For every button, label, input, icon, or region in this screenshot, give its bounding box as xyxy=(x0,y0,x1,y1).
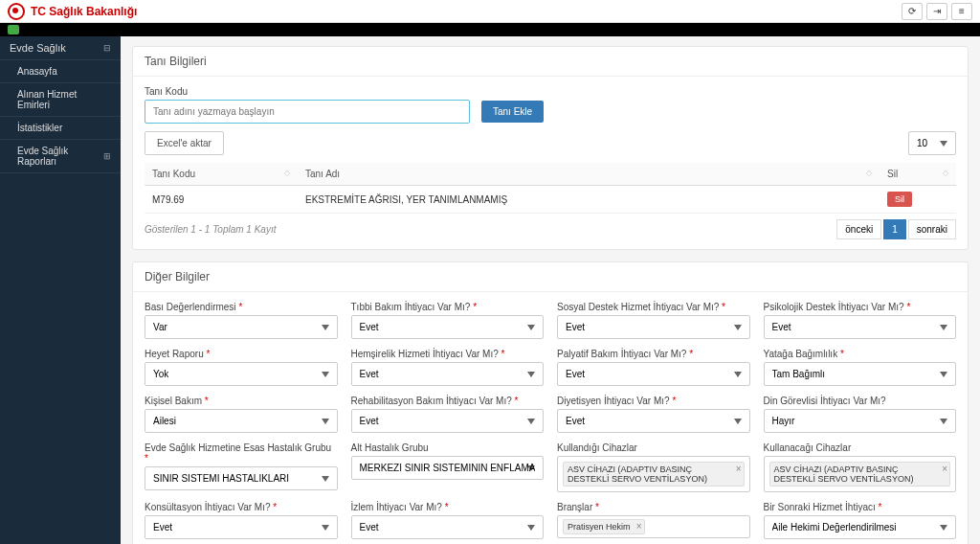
table-info: Gösterilen 1 - 1 Toplam 1 Kayıt xyxy=(145,224,276,235)
panel-title-diger: Diğer Bilgiler xyxy=(133,262,968,292)
user-name-redacted xyxy=(23,25,71,34)
lbl-brans: Branşlar * xyxy=(557,502,750,512)
tani-kodu-label: Tanı Kodu xyxy=(145,86,956,97)
lbl-heyet: Heyet Raporu * xyxy=(145,349,338,359)
sel-alt[interactable]: MERKEZİ SİNİR SİSTEMİNİN ENFLAMATUVAR HA… xyxy=(351,456,545,480)
lbl-hemsire: Hemşirelik Hizmeti İhtiyacı Var Mı? * xyxy=(351,349,545,359)
taglist-kullandigi[interactable]: ASV CİHAZI (ADAPTIV BASINÇ DESTEKLİ SERV… xyxy=(557,456,750,492)
tag-item: ASV CİHAZI (ADAPTIV BASINÇ DESTEKLİ SERV… xyxy=(769,462,951,487)
sidebar-item-label: Alınan Hizmet Emirleri xyxy=(17,89,111,110)
sidebar-item-label: Evde Sağlık Raporları xyxy=(17,146,103,167)
lbl-diyet: Diyetisyen İhtiyacı Var Mı? * xyxy=(557,396,750,406)
tag-remove-icon[interactable]: × xyxy=(736,464,742,474)
col-tani-kodu[interactable]: Tanı Kodu◇ xyxy=(145,163,298,186)
sel-kisisel[interactable]: Ailesi xyxy=(145,409,338,433)
lbl-tibbi: Tıbbi Bakım İhtiyacı Var Mı? * xyxy=(351,302,545,312)
lbl-esas: Evde Sağlık Hizmetine Esas Hastalık Grub… xyxy=(145,442,338,464)
sort-icon: ◇ xyxy=(943,169,948,177)
sort-icon: ◇ xyxy=(866,169,872,177)
user-indicator xyxy=(8,25,19,34)
taglist-kullanacagi[interactable]: ASV CİHAZI (ADAPTIV BASINÇ DESTEKLİ SERV… xyxy=(764,456,957,492)
refresh-button[interactable]: ⟳ xyxy=(902,3,923,20)
lbl-alt: Alt Hastalık Grubu xyxy=(351,442,545,453)
next-page-button[interactable]: sonraki xyxy=(908,219,956,239)
sel-din[interactable]: Hayır xyxy=(764,409,957,433)
page-1-button[interactable]: 1 xyxy=(883,219,906,239)
lbl-kullanacagi: Kullanacağı Cihazlar xyxy=(764,442,957,453)
sel-sonraki-hizmet[interactable]: Aile Hekimi Değerlendirilmesi xyxy=(764,515,957,539)
lbl-yataga: Yatağa Bağımlılık * xyxy=(764,349,957,359)
lbl-sonraki-hizmet: Bir Sonraki Hizmet İhtiyacı * xyxy=(764,502,957,512)
collapse-icon: ⊟ xyxy=(103,43,111,53)
sel-basi[interactable]: Var xyxy=(145,315,338,339)
sel-heyet[interactable]: Yok xyxy=(145,362,338,386)
sel-diyet[interactable]: Evet xyxy=(557,409,750,433)
prev-page-button[interactable]: önceki xyxy=(836,219,881,239)
sidebar-item-evde-saglik[interactable]: Evde Sağlık ⊟ xyxy=(0,36,121,60)
sidebar-item-raporlar[interactable]: Evde Sağlık Raporları ⊞ xyxy=(0,140,121,173)
lbl-palyatif: Palyatif Bakım İhtiyacı Var Mı? * xyxy=(557,349,750,359)
table-row: M79.69 EKSTREMİTE AĞRISI, YER TANIMLANMA… xyxy=(145,186,956,214)
sidebar-item-hizmet-emirleri[interactable]: Alınan Hizmet Emirleri xyxy=(0,83,121,117)
tani-ekle-button[interactable]: Tanı Ekle xyxy=(481,101,544,123)
sel-esas[interactable]: SİNİR SİSTEMİ HASTALIKLARI xyxy=(145,466,338,490)
lbl-kisisel: Kişisel Bakım * xyxy=(145,396,338,406)
sel-yataga[interactable]: Tam Bağımlı xyxy=(764,362,957,386)
sidebar-item-label: Anasayfa xyxy=(17,66,57,77)
sel-rehab[interactable]: Evet xyxy=(351,409,545,433)
lbl-konsul: Konsültasyon İhtiyacı Var Mı? * xyxy=(145,502,338,512)
sel-tibbi[interactable]: Evet xyxy=(351,315,545,339)
tag-item: Pratisyen Hekim× xyxy=(563,519,645,534)
sel-palyatif[interactable]: Evet xyxy=(557,362,750,386)
logo-icon xyxy=(8,3,25,20)
page-size-select[interactable]: 10 xyxy=(908,131,956,155)
sidebar: Evde Sağlık ⊟ Anasayfa Alınan Hizmet Emi… xyxy=(0,36,121,544)
tag-remove-icon[interactable]: × xyxy=(942,464,947,474)
sel-izlem[interactable]: Evet xyxy=(351,515,545,539)
sel-sosyal[interactable]: Evet xyxy=(557,315,750,339)
tag-item: ASV CİHAZI (ADAPTIV BASINÇ DESTEKLİ SERV… xyxy=(563,462,745,487)
taglist-brans[interactable]: Pratisyen Hekim× xyxy=(557,515,750,538)
lbl-rehab: Rehabilitasyon Bakım İhtiyacı Var Mı? * xyxy=(351,396,545,406)
tani-search-input[interactable] xyxy=(145,100,470,124)
excel-export-button[interactable]: Excel'e aktar xyxy=(145,131,224,155)
sidebar-item-label: Evde Sağlık xyxy=(10,42,66,54)
cell-kod: M79.69 xyxy=(145,186,298,214)
sidebar-item-anasayfa[interactable]: Anasayfa xyxy=(0,60,121,83)
exit-button[interactable]: ⇥ xyxy=(926,3,947,20)
sel-psiko[interactable]: Evet xyxy=(764,315,957,339)
lbl-din: Din Görevlisi İhtiyacı Var Mı? xyxy=(764,396,957,406)
lbl-psiko: Psikolojik Destek İhtiyacı Var Mı? * xyxy=(764,302,957,312)
sel-hemsire[interactable]: Evet xyxy=(351,362,545,386)
tag-remove-icon[interactable]: × xyxy=(636,521,642,532)
lbl-izlem: İzlem İhtiyacı Var Mı? * xyxy=(351,502,545,512)
col-sil[interactable]: Sil◇ xyxy=(880,163,956,186)
lbl-basi: Bası Değerlendirmesi * xyxy=(145,302,338,312)
lbl-sosyal: Sosyal Destek Hizmet İhtiyacı Var Mı? * xyxy=(557,302,750,312)
sidebar-item-label: İstatistikler xyxy=(17,123,62,133)
expand-icon: ⊞ xyxy=(103,151,111,161)
delete-button[interactable]: Sil xyxy=(887,192,912,207)
cell-ad: EKSTREMİTE AĞRISI, YER TANIMLANMAMIŞ xyxy=(298,186,880,214)
lbl-kullandigi: Kullandığı Cihazlar xyxy=(557,442,750,453)
sel-konsul[interactable]: Evet xyxy=(145,515,338,539)
sidebar-item-istatistikler[interactable]: İstatistikler xyxy=(0,117,121,140)
panel-title-tani: Tanı Bilgileri xyxy=(133,47,968,77)
app-title: TC Sağlık Bakanlığı xyxy=(31,5,137,18)
menu-button[interactable]: ≡ xyxy=(951,3,972,20)
col-tani-adi[interactable]: Tanı Adı◇ xyxy=(298,163,880,186)
sort-icon: ◇ xyxy=(284,169,290,177)
